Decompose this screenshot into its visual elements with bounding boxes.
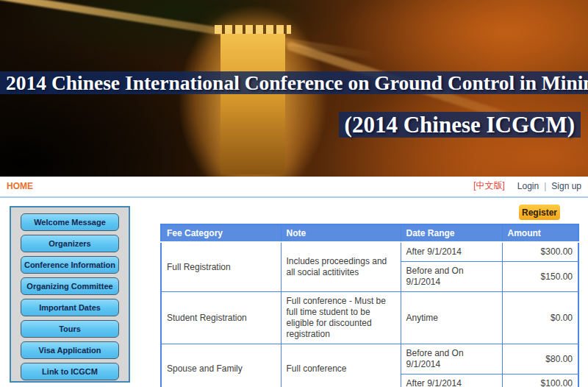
chinese-version-link[interactable]: [中文版] <box>473 180 505 192</box>
great-wall-tower-decoration <box>220 31 285 174</box>
cell-note-spouse-and-family: Full conference <box>281 344 401 387</box>
navbar-right-links: [中文版] Login | Sign up <box>473 180 581 192</box>
cell-category-spouse-and-family: Spouse and Family <box>161 344 281 387</box>
cell-amount: $300.00 <box>502 242 578 262</box>
cell-note-full-registration: Includes proceedings and all social acti… <box>281 242 401 292</box>
table-row: Student Registration Full conference - M… <box>161 292 578 344</box>
cell-date-range: Before and On 9/1/2014 <box>401 262 502 292</box>
nav-separator: | <box>544 181 546 191</box>
cell-amount: $150.00 <box>502 262 578 292</box>
top-navbar: HOME [中文版] Login | Sign up <box>0 177 588 195</box>
header-fee-category: Fee Category <box>161 224 281 242</box>
table-row: Spouse and Family Full conference Before… <box>161 344 578 374</box>
cell-date-range: After 9/1/2014 <box>401 374 502 387</box>
cell-amount: $80.00 <box>502 344 578 374</box>
great-wall-ridge-decoration <box>0 0 380 60</box>
cell-date-range: Anytime <box>401 292 502 344</box>
sidebar-item-visa-application[interactable]: Visa Application <box>21 341 119 359</box>
fee-table: Fee Category Note Date Range Amount Full… <box>160 224 579 387</box>
signup-link[interactable]: Sign up <box>551 181 581 191</box>
cell-category-full-registration: Full Registration <box>161 242 281 292</box>
cell-amount: $0.00 <box>502 292 578 344</box>
sidebar-item-important-dates[interactable]: Important Dates <box>21 299 119 316</box>
sidebar-item-organizers[interactable]: Organizers <box>21 235 119 252</box>
home-link[interactable]: HOME <box>7 181 33 191</box>
conference-title-line2: (2014 Chinese ICGCM) <box>339 110 581 140</box>
conference-title-line1: 2014 Chinese International Conference on… <box>0 71 588 96</box>
table-row: Full Registration Includes proceedings a… <box>161 242 578 262</box>
sidebar-item-conference-information[interactable]: Conference Information <box>21 256 119 274</box>
sidebar-item-welcome-message[interactable]: Welcome Message <box>21 213 119 231</box>
sidebar-item-organizing-committee[interactable]: Organizing Committee <box>21 277 119 295</box>
fee-table-header-row: Fee Category Note Date Range Amount <box>161 224 578 242</box>
header-date-range: Date Range <box>401 224 502 242</box>
header-note: Note <box>281 224 401 242</box>
cell-date-range: Before and On 9/1/2014 <box>401 344 502 374</box>
register-button[interactable]: Register <box>519 205 560 220</box>
sidebar-item-link-to-icgcm[interactable]: Link to ICGCM <box>21 363 119 380</box>
cell-date-range: After 9/1/2014 <box>401 242 502 262</box>
great-wall-banner-photo: 2014 Chinese International Conference on… <box>0 0 588 177</box>
login-link[interactable]: Login <box>517 181 539 191</box>
header-amount: Amount <box>502 224 578 242</box>
cell-note-student-registration: Full conference - Must be full time stud… <box>281 292 401 344</box>
sidebar-menu: Welcome Message Organizers Conference In… <box>10 206 130 383</box>
cell-amount: $100.00 <box>502 374 578 387</box>
cell-category-student-registration: Student Registration <box>161 292 281 344</box>
page-content: Welcome Message Organizers Conference In… <box>0 198 588 387</box>
sidebar-item-tours[interactable]: Tours <box>21 320 119 338</box>
